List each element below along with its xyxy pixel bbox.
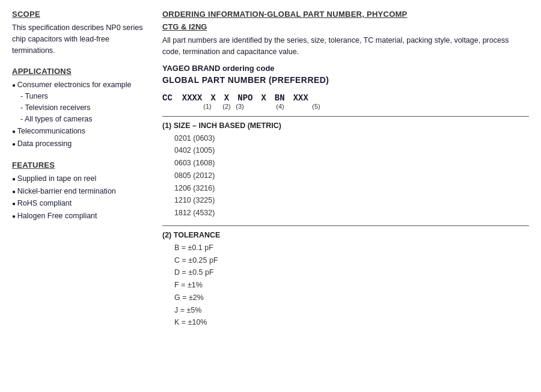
table-row: F = ±1% <box>162 279 529 292</box>
table-row: 0402 (1005) <box>162 144 529 157</box>
divider-1 <box>162 116 529 117</box>
code-cc: CC <box>162 93 173 103</box>
list-item: Nickel-barrier end termination <box>12 186 144 197</box>
list-item: Television receivers <box>20 102 144 114</box>
scope-heading: SCOPE <box>12 10 144 19</box>
list-item: Tuners <box>20 91 144 102</box>
list-item: Supplied in tape on reel <box>12 173 144 185</box>
part-number-nums-row: (1) (2) (3) (4) (5) <box>162 103 529 110</box>
table-row: G = ±2% <box>162 292 529 304</box>
features-list: Supplied in tape on reel Nickel-barrier … <box>12 173 144 222</box>
list-item: Data processing <box>12 138 144 150</box>
list-item: Telecommunications <box>12 126 144 137</box>
left-column: SCOPE This specification describes NP0 s… <box>12 10 156 335</box>
table-row: 1812 (4532) <box>162 207 529 219</box>
code-x3: X <box>261 93 266 103</box>
tolerance-section: (2) TOLERANCE B = ±0.1 pF C = ±0.25 pF D… <box>162 231 529 329</box>
list-item: Halogen Free compliant <box>12 210 144 222</box>
table-row: 0201 (0603) <box>162 132 529 145</box>
table-row: 0603 (1608) <box>162 157 529 170</box>
table-row: 0805 (2012) <box>162 170 529 182</box>
code-xxx: XXX <box>293 93 308 103</box>
size-section: (1) SIZE – INCH BASED (METRIC) 0201 (060… <box>162 121 529 219</box>
table-row: B = ±0.1 pF <box>162 242 529 254</box>
applications-list: Consumer electronics for example Tuners … <box>12 79 144 150</box>
list-item: All types of cameras <box>20 114 144 125</box>
global-part-label: GLOBAL PART NUMBER (PREFERRED) <box>162 75 529 85</box>
ordering-heading: ORDERING INFORMATION-GLOBAL PART NUMBER,… <box>162 10 529 19</box>
scope-text: This specification describes NP0 series … <box>12 22 144 56</box>
table-row: 1206 (3216) <box>162 182 529 195</box>
applications-heading: APPLICATIONS <box>12 67 144 76</box>
code-x2: X <box>224 93 229 103</box>
code-bn: BN <box>275 93 285 103</box>
part-number-block: CC XXXX X X NPO X BN XXX (1) (2) (3) (4)… <box>162 93 529 110</box>
ordering-intro: All part numbers are identified by the s… <box>162 35 529 58</box>
table-row: J = ±5% <box>162 304 529 317</box>
code-xxxx: XXXX <box>182 93 203 103</box>
tolerance-title: (2) TOLERANCE <box>162 231 529 239</box>
list-item: RoHS compliant <box>12 198 144 209</box>
code-x1: X <box>210 93 215 103</box>
scope-section: SCOPE This specification describes NP0 s… <box>12 10 144 56</box>
applications-section: APPLICATIONS Consumer electronics for ex… <box>12 67 144 150</box>
ordering-subheading: CTG & I2NG <box>162 22 529 31</box>
divider-2 <box>162 225 529 226</box>
features-heading: FEATURES <box>12 161 144 170</box>
code-npo: NPO <box>237 93 252 103</box>
features-section: FEATURES Supplied in tape on reel Nickel… <box>12 161 144 222</box>
brand-label: YAGEO BRAND ordering code <box>162 64 529 73</box>
table-row: 1210 (3225) <box>162 194 529 207</box>
table-row: K = ±10% <box>162 316 529 329</box>
right-column: ORDERING INFORMATION-GLOBAL PART NUMBER,… <box>156 10 529 335</box>
part-number-code-row: CC XXXX X X NPO X BN XXX <box>162 93 529 103</box>
size-title: (1) SIZE – INCH BASED (METRIC) <box>162 121 529 130</box>
table-row: D = ±0.5 pF <box>162 266 529 279</box>
list-item: Consumer electronics for example Tuners … <box>12 79 144 124</box>
table-row: C = ±0.25 pF <box>162 254 529 267</box>
sub-list: Tuners Television receivers All types of… <box>12 91 144 124</box>
